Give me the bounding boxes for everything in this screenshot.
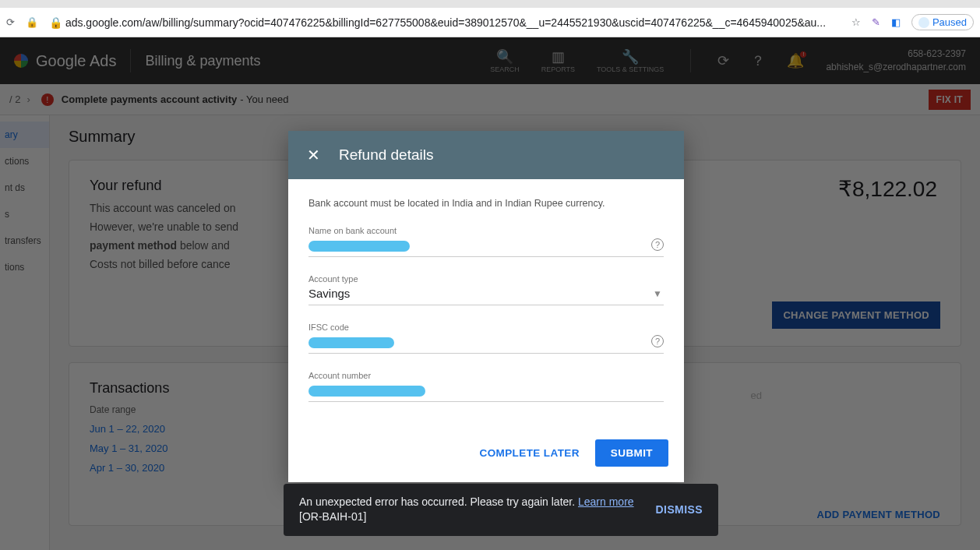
refund-details-modal: ✕ Refund details Bank account must be lo…: [288, 131, 684, 482]
reload-icon[interactable]: ⟳: [6, 16, 15, 28]
name-label: Name on bank account: [308, 226, 664, 235]
name-value[interactable]: [308, 235, 664, 257]
dismiss-button[interactable]: DISMISS: [656, 503, 703, 516]
profile-paused-chip[interactable]: Paused: [911, 14, 974, 30]
redacted-ifsc: [308, 337, 394, 348]
error-code: [OR-BAIH-01]: [299, 509, 634, 525]
bookmark-star-icon[interactable]: ☆: [851, 16, 861, 28]
account-number-field[interactable]: Account number: [308, 371, 664, 402]
modal-actions: COMPLETE LATER SUBMIT: [288, 428, 684, 482]
browser-tabstrip: [0, 0, 980, 8]
redacted-account-number: [308, 386, 425, 397]
complete-later-button[interactable]: COMPLETE LATER: [479, 447, 579, 459]
url-text[interactable]: 🔒 ads.google.com/aw/billing/summary?ocid…: [49, 16, 841, 29]
text-fragment-ed: ed: [751, 390, 762, 401]
ifsc-label: IFSC code: [308, 323, 664, 332]
close-icon[interactable]: ✕: [307, 146, 320, 164]
help-icon[interactable]: ?: [651, 335, 664, 347]
submit-button[interactable]: SUBMIT: [595, 439, 668, 467]
help-icon[interactable]: ?: [651, 238, 664, 251]
extension-icon-1[interactable]: ✎: [872, 16, 880, 28]
modal-header: ✕ Refund details: [288, 131, 684, 179]
modal-hint: Bank account must be located in India an…: [308, 198, 664, 209]
learn-more-link[interactable]: Learn more: [578, 495, 634, 508]
account-type-value[interactable]: Savings: [308, 284, 664, 305]
ifsc-field[interactable]: IFSC code ?: [308, 323, 664, 354]
extension-icon-2[interactable]: ◧: [891, 16, 901, 28]
browser-address-bar: ⟳ 🔒 🔒 ads.google.com/aw/billing/summary?…: [0, 8, 980, 37]
account-number-value[interactable]: [308, 380, 664, 402]
lock-icon: 🔒: [26, 16, 38, 28]
ifsc-value[interactable]: [308, 332, 664, 354]
chevron-down-icon: ▼: [653, 288, 662, 299]
account-number-label: Account number: [308, 371, 664, 380]
error-toast: An unexpected error has occurred. Please…: [284, 484, 718, 536]
redacted-name: [308, 241, 410, 252]
toast-message: An unexpected error has occurred. Please…: [299, 495, 634, 525]
modal-title: Refund details: [339, 146, 433, 164]
account-type-field[interactable]: Account type Savings ▼: [308, 274, 664, 305]
account-type-label: Account type: [308, 274, 664, 284]
name-on-account-field[interactable]: Name on bank account ?: [308, 226, 664, 257]
avatar-dot: [918, 17, 929, 28]
